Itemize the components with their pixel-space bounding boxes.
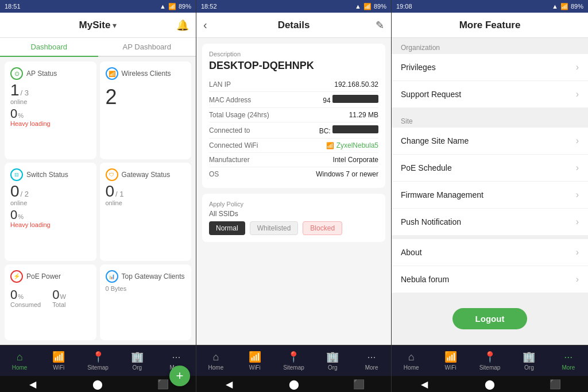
nav-wifi-right[interactable]: 📶 WiFi [431, 345, 470, 376]
wifi-name: ZyxelNebula5 [336, 141, 378, 149]
card-header-switch: ⊟ Switch Status [10, 168, 91, 181]
nav-sitemap-label-left: Sitemap [87, 364, 109, 371]
details-content: Description DESKTOP-DQEHNPK LAN IP 192.1… [196, 38, 391, 345]
more-feature-content: Organization Privileges › Support Reques… [392, 38, 588, 345]
connected-to-redacted [332, 125, 378, 133]
nav-sitemap-left[interactable]: 📍 Sitemap [78, 345, 117, 376]
sitemap-icon-left: 📍 [92, 351, 105, 363]
square-btn-mid[interactable]: ⬛ [350, 378, 368, 390]
os-val: Windows 7 or newer [316, 170, 378, 178]
privileges-label: Privileges [401, 63, 436, 72]
square-btn-right[interactable]: ⬛ [547, 378, 564, 390]
wifi-key: Connected WiFi [209, 141, 258, 149]
menu-firmware-management[interactable]: Firmware Management › [392, 182, 588, 209]
menu-push-notification[interactable]: Push Notification › [392, 209, 588, 236]
site-section-label: Site [392, 112, 588, 128]
card-gateway-clients[interactable]: 📊 Top Gateway Clients 0 Bytes + [100, 264, 192, 340]
card-wireless-clients[interactable]: 📶 Wireless Clients 2 [100, 62, 192, 159]
nav-wifi-label-mid: WiFi [249, 364, 261, 371]
header-mid: ‹ Details ✎ [196, 13, 391, 38]
right-panel: 19:08 ▲ 📶 89% More Feature Organization … [392, 0, 588, 392]
wifi-nav-icon-right: 📶 [444, 351, 457, 363]
menu-change-site-name[interactable]: Change Site Name › [392, 128, 588, 155]
policy-normal-btn[interactable]: Normal [209, 221, 245, 235]
nav-org-left[interactable]: 🏢 Org [118, 345, 157, 376]
poe-sub1: Consumed [10, 301, 41, 308]
square-btn-left[interactable]: ⬛ [154, 378, 172, 390]
privileges-chevron: › [576, 62, 579, 72]
gateway-icon: 🛡 [106, 168, 118, 181]
tab-dashboard[interactable]: Dashboard [0, 38, 98, 57]
nav-org-right[interactable]: 🏢 Org [509, 345, 548, 376]
tab-ap-dashboard[interactable]: AP Dashboard [98, 38, 196, 57]
home-btn-mid[interactable]: ⬤ [285, 378, 303, 390]
support-request-chevron: › [576, 89, 579, 99]
home-icon-right: ⌂ [408, 351, 415, 363]
ap-value: 1 [10, 82, 20, 98]
mac-redacted [332, 95, 378, 103]
description-label: Description [209, 51, 378, 57]
back-btn-mid[interactable]: ◀ [220, 378, 238, 390]
policy-blocked-btn[interactable]: Blocked [303, 221, 342, 235]
ap-value2-suffix: % [18, 112, 24, 119]
nav-more-mid[interactable]: ··· More [352, 345, 391, 376]
card-header-clients: 📊 Top Gateway Clients [106, 270, 186, 283]
back-btn-left[interactable]: ◀ [24, 378, 41, 390]
bottom-nav-mid: ⌂ Home 📶 WiFi 📍 Sitemap 🏢 Org ··· More [196, 345, 391, 376]
switch-sub1: online [10, 199, 91, 206]
status-icons-right: ▲ 📶 89% [552, 3, 583, 10]
nav-wifi-mid[interactable]: 📶 WiFi [235, 345, 274, 376]
menu-nebula-forum[interactable]: Nebula forum › [392, 266, 588, 293]
switch-title: Switch Status [26, 171, 68, 179]
nav-sitemap-right[interactable]: 📍 Sitemap [470, 345, 509, 376]
nav-home-left[interactable]: ⌂ Home [0, 345, 39, 376]
left-panel: 18:51 ▲ 📶 89% MySite ▾ 🔔 Dashboard AP Da… [0, 0, 196, 392]
status-icons-left: ▲ 📶 89% [160, 3, 191, 10]
bell-icon[interactable]: 🔔 [176, 19, 189, 32]
card-ap-status[interactable]: ⊙ AP Status 1 / 3 online 0 % Heavy loadi… [5, 62, 96, 159]
card-gateway-status[interactable]: 🛡 Gateway Status 0 / 1 online [100, 163, 192, 260]
wireless-title: Wireless Clients [122, 70, 171, 78]
nav-home-label-right: Home [404, 364, 419, 371]
nav-org-mid[interactable]: 🏢 Org [313, 345, 352, 376]
dashboard-cards: ⊙ AP Status 1 / 3 online 0 % Heavy loadi… [0, 57, 196, 345]
home-icon-left: ⌂ [17, 351, 23, 363]
wireless-value: 2 [106, 87, 186, 107]
logout-button[interactable]: Logout [452, 308, 528, 329]
detail-row-usage: Total Usage (24hrs) 11.29 MB [209, 108, 378, 122]
back-btn-right[interactable]: ◀ [416, 378, 433, 390]
nav-home-right[interactable]: ⌂ Home [392, 345, 431, 376]
switch-sub2: Heavy loading [10, 221, 91, 228]
nav-bar-mid: ◀ ⬤ ⬛ [196, 376, 391, 392]
sitemap-icon-right: 📍 [483, 351, 496, 363]
wireless-icon: 📶 [106, 67, 118, 80]
menu-privileges[interactable]: Privileges › [392, 54, 588, 81]
switch-icon: ⊟ [10, 168, 23, 181]
site-title-row[interactable]: MySite ▾ [79, 20, 117, 31]
nav-wifi-label-right: WiFi [445, 364, 457, 371]
apply-policy-label: Apply Policy [209, 201, 378, 207]
nav-home-mid[interactable]: ⌂ Home [196, 345, 235, 376]
nav-wifi-left[interactable]: 📶 WiFi [39, 345, 78, 376]
nav-org-label-left: Org [132, 364, 142, 371]
home-btn-left[interactable]: ⬤ [89, 378, 106, 390]
header-right: More Feature [392, 13, 588, 38]
battery-right: 89% [571, 3, 583, 10]
edit-icon[interactable]: ✎ [376, 19, 384, 32]
clients-sub: 0 Bytes [106, 285, 186, 292]
card-poe-power[interactable]: ⚡ PoE Power 0 % Consumed 0 W Total [5, 264, 96, 340]
device-hostname: DESKTOP-DQEHNPK [209, 60, 378, 72]
dropdown-icon[interactable]: ▾ [113, 21, 117, 30]
nav-sitemap-mid[interactable]: 📍 Sitemap [274, 345, 314, 376]
back-button[interactable]: ‹ [203, 18, 207, 32]
policy-whitelisted-btn[interactable]: Whitelisted [250, 221, 299, 235]
nav-more-label-right: More [562, 364, 575, 371]
card-switch-status[interactable]: ⊟ Switch Status 0 / 2 online 0 % Heavy l… [5, 163, 96, 260]
menu-support-request[interactable]: Support Request › [392, 81, 588, 108]
switch-value2-suffix: % [18, 213, 24, 220]
nav-more-right[interactable]: ··· More [549, 345, 588, 376]
home-btn-right[interactable]: ⬤ [481, 378, 498, 390]
about-chevron: › [576, 247, 579, 258]
menu-poe-schedule[interactable]: PoE Schedule › [392, 155, 588, 182]
menu-about[interactable]: About › [392, 239, 588, 266]
